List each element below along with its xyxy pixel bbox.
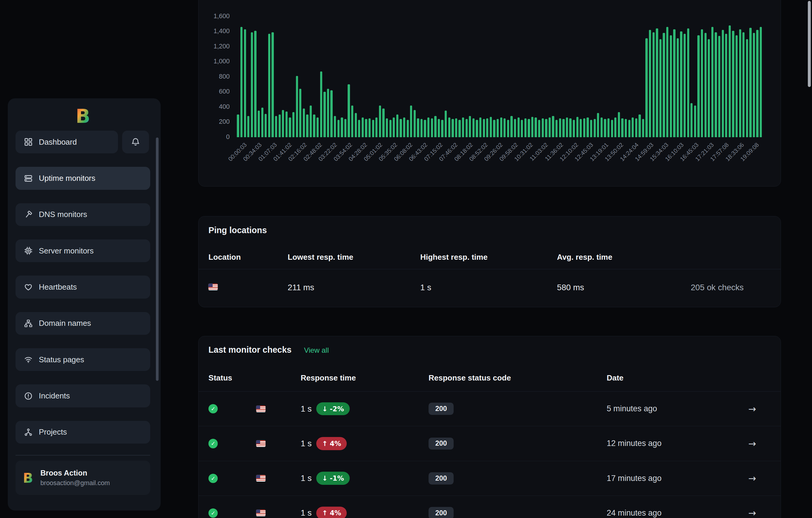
chart-bar[interactable]	[469, 116, 471, 137]
chart-bar[interactable]	[348, 84, 350, 137]
chart-bar[interactable]	[576, 117, 578, 137]
chart-bar[interactable]	[524, 118, 526, 137]
chart-bar[interactable]	[538, 120, 540, 137]
chart-bar[interactable]	[708, 39, 710, 137]
chart-bar[interactable]	[549, 117, 551, 137]
sidebar-item-server-monitors[interactable]: Server monitors	[16, 239, 150, 262]
chart-bar[interactable]	[590, 120, 592, 137]
chart-bar[interactable]	[687, 28, 689, 137]
sidebar-item-dashboard[interactable]: Dashboard	[16, 131, 118, 153]
chart-bar[interactable]	[441, 120, 443, 137]
chart-bar[interactable]	[237, 114, 239, 137]
chart-bar[interactable]	[452, 119, 454, 137]
chart-bar[interactable]	[365, 119, 367, 137]
chart-bar[interactable]	[618, 112, 620, 137]
chart-bar[interactable]	[310, 106, 312, 137]
chart-bar[interactable]	[455, 118, 457, 137]
chart-bar[interactable]	[594, 119, 596, 137]
chart-bar[interactable]	[299, 89, 301, 137]
sidebar-item-uptime-monitors[interactable]: Uptime monitors	[16, 167, 150, 190]
chart-bar[interactable]	[521, 120, 523, 137]
arrow-right-icon[interactable]: →	[748, 438, 756, 449]
chart-bar[interactable]	[625, 119, 627, 137]
chart-bar[interactable]	[289, 117, 291, 137]
chart-bar[interactable]	[431, 118, 433, 137]
chart-bar[interactable]	[680, 31, 682, 137]
chart-bar[interactable]	[479, 117, 482, 137]
chart-bar[interactable]	[666, 27, 668, 137]
chart-bar[interactable]	[303, 109, 305, 137]
sidebar-item-projects[interactable]: Projects	[16, 421, 150, 443]
chart-bar[interactable]	[372, 120, 374, 137]
chart-bar[interactable]	[282, 110, 284, 137]
chart-bar[interactable]	[715, 32, 717, 137]
chart-bar[interactable]	[704, 33, 706, 137]
chart-bar[interactable]	[528, 119, 530, 137]
chart-bar[interactable]	[466, 119, 468, 137]
chart-bar[interactable]	[670, 35, 672, 137]
chart-bar[interactable]	[338, 120, 340, 137]
arrow-right-icon[interactable]: →	[748, 473, 756, 484]
chart-bar[interactable]	[323, 92, 325, 137]
chart-bar[interactable]	[649, 30, 651, 137]
chart-bar[interactable]	[396, 114, 398, 137]
chart-bar[interactable]	[569, 118, 571, 137]
chart-bar[interactable]	[355, 113, 357, 137]
chart-bar[interactable]	[514, 119, 516, 137]
chart-bar[interactable]	[375, 117, 377, 137]
chart-bar[interactable]	[729, 25, 731, 137]
chart-bar[interactable]	[614, 117, 616, 137]
chart-bar[interactable]	[251, 32, 253, 137]
sidebar-item-heartbeats[interactable]: Heartbeats	[16, 276, 150, 298]
chart-bar[interactable]	[271, 32, 273, 137]
chart-bar[interactable]	[258, 111, 260, 137]
page-scrollbar[interactable]	[808, 1, 811, 87]
chart-bar[interactable]	[677, 38, 679, 137]
chart-bar[interactable]	[434, 116, 436, 137]
chart-bar[interactable]	[753, 33, 755, 137]
chart-bar[interactable]	[756, 30, 758, 137]
sidebar-scrollbar[interactable]	[156, 137, 158, 381]
chart-bar[interactable]	[701, 29, 703, 137]
chart-bar[interactable]	[417, 118, 419, 137]
chart-bar[interactable]	[403, 117, 405, 137]
chart-bar[interactable]	[697, 35, 699, 137]
user-card[interactable]: B Broos Action broosaction@gmail.com	[16, 461, 150, 495]
chart-bar[interactable]	[597, 113, 599, 137]
chart-bar[interactable]	[286, 111, 288, 137]
chart-bar[interactable]	[424, 120, 426, 137]
chart-bar[interactable]	[268, 34, 270, 137]
chart-bar[interactable]	[410, 106, 412, 137]
chart-bar[interactable]	[511, 116, 513, 137]
chart-bar[interactable]	[317, 117, 319, 137]
chart-bar[interactable]	[361, 117, 364, 137]
chart-bar[interactable]	[749, 28, 751, 137]
chart-bar[interactable]	[490, 117, 492, 137]
chart-bar[interactable]	[500, 117, 502, 137]
chart-bar[interactable]	[472, 118, 474, 137]
arrow-right-icon[interactable]: →	[748, 404, 756, 414]
chart-bar[interactable]	[656, 28, 658, 137]
chart-bar[interactable]	[407, 120, 409, 137]
chart-bar[interactable]	[358, 120, 360, 137]
chart-bar[interactable]	[684, 34, 686, 137]
chart-bar[interactable]	[327, 89, 329, 137]
chart-bar[interactable]	[279, 114, 281, 137]
chart-bar[interactable]	[483, 119, 485, 137]
chart-bar[interactable]	[393, 117, 395, 137]
chart-bar[interactable]	[663, 33, 665, 137]
chart-bar[interactable]	[632, 117, 634, 137]
chart-bar[interactable]	[244, 29, 246, 137]
chart-bar[interactable]	[712, 27, 714, 137]
chart-bar[interactable]	[420, 119, 423, 137]
sidebar-item-dns-monitors[interactable]: DNS monitors	[16, 203, 150, 226]
chart-bar[interactable]	[586, 117, 589, 137]
chart-bar[interactable]	[438, 119, 440, 137]
chart-bar[interactable]	[265, 114, 267, 137]
notifications-button[interactable]	[122, 131, 149, 153]
chart-bar[interactable]	[344, 119, 346, 137]
chart-bar[interactable]	[445, 111, 447, 137]
chart-bar[interactable]	[486, 118, 488, 137]
chart-bar[interactable]	[638, 114, 641, 137]
chart-bar[interactable]	[534, 117, 536, 137]
